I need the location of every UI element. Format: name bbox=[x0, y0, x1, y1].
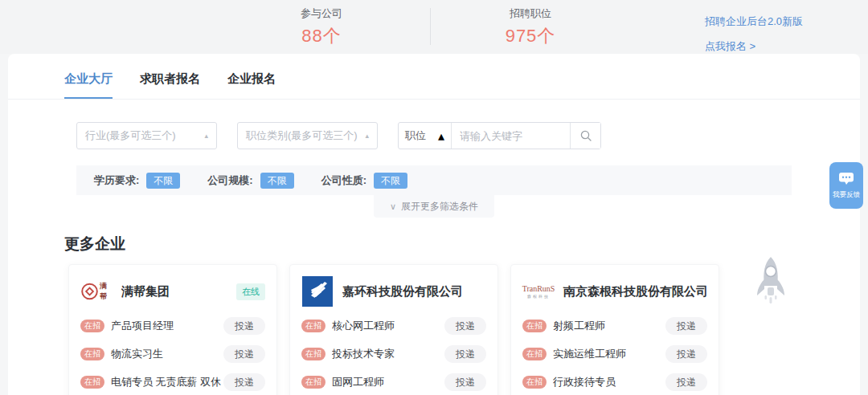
recruiting-badge: 在招 bbox=[80, 348, 104, 360]
education-any-chip[interactable]: 不限 bbox=[146, 173, 180, 189]
quick-filter-label: 学历要求: bbox=[94, 173, 139, 188]
industry-select[interactable]: 行业(最多可选三个) ▴ bbox=[76, 122, 217, 149]
company-card-header: TranRunS 森根科技 南京森根科技股份有限公司 bbox=[522, 275, 707, 308]
section-title: 更多企业 bbox=[64, 234, 125, 255]
tab-company-signup[interactable]: 企业报名 bbox=[227, 71, 276, 100]
company-type-any-chip[interactable]: 不限 bbox=[374, 173, 407, 189]
job-row: 在招 电销专员 无责底薪 双休 投递 bbox=[80, 372, 265, 393]
job-row: 在招 行政接待专员 投递 bbox=[522, 372, 707, 393]
apply-button[interactable]: 投递 bbox=[223, 345, 265, 363]
jiahuan-logo-icon bbox=[302, 276, 333, 307]
job-row: 在招 实施运维工程师 投递 bbox=[522, 344, 707, 364]
company-name: 嘉环科技股份有限公司 bbox=[342, 284, 463, 299]
job-row: 在招 投标技术专家 投递 bbox=[301, 344, 486, 364]
apply-button[interactable]: 投递 bbox=[444, 373, 486, 391]
recruiting-badge: 在招 bbox=[301, 348, 326, 360]
chat-bubble-icon bbox=[838, 172, 854, 185]
recruiting-badge: 在招 bbox=[522, 320, 547, 332]
company-logo-jiahuan bbox=[301, 276, 334, 307]
caret-icon: ▴ bbox=[365, 132, 369, 140]
recruiting-badge: 在招 bbox=[301, 376, 326, 389]
stat-label: 参与公司 bbox=[265, 6, 378, 21]
tab-bar-divider bbox=[8, 99, 860, 100]
main-panel: 企业大厅 求职者报名 企业报名 行业(最多可选三个) ▴ 职位类别(最多可选三个… bbox=[8, 54, 860, 395]
keyword-input[interactable] bbox=[452, 123, 570, 149]
job-row: 在招 产品项目经理 投递 bbox=[80, 316, 265, 336]
apply-button[interactable]: 投递 bbox=[223, 373, 265, 391]
job-row: 在招 固网工程师 投递 bbox=[301, 372, 486, 393]
caret-icon: ▴ bbox=[204, 132, 208, 140]
apply-button[interactable]: 投递 bbox=[665, 317, 707, 335]
manbang-emblem-icon bbox=[80, 281, 99, 302]
quick-filter-company-type: 公司性质: 不限 bbox=[321, 173, 407, 189]
tab-bar: 企业大厅 求职者报名 企业报名 bbox=[64, 71, 860, 100]
stat-value: 88个 bbox=[265, 24, 378, 48]
job-title: 固网工程师 bbox=[332, 375, 384, 389]
tab-jobseeker-signup[interactable]: 求职者报名 bbox=[140, 71, 200, 100]
header-links: 招聘企业后台2.0新版 点我报名 > bbox=[705, 16, 803, 51]
company-name: 满帮集团 bbox=[121, 284, 170, 299]
feedback-button[interactable]: 我要反馈 bbox=[829, 162, 863, 209]
stat-participating-companies: 参与公司 88个 bbox=[265, 6, 378, 48]
job-title: 实施运维工程师 bbox=[553, 347, 626, 361]
tranruns-logo-subtext: 森根科技 bbox=[527, 294, 550, 299]
job-row: 在招 物流实习生 投递 bbox=[80, 344, 265, 364]
job-category-select[interactable]: 职位类别(最多可选三个) ▴ bbox=[237, 122, 378, 149]
company-card-header: 嘉环科技股份有限公司 bbox=[301, 275, 486, 308]
job-title: 投标技术专家 bbox=[332, 347, 395, 361]
position-type-value: 职位 bbox=[405, 128, 426, 143]
recruiting-badge: 在招 bbox=[522, 376, 547, 389]
feedback-label: 我要反馈 bbox=[833, 189, 860, 199]
chevron-down-icon: ∨ bbox=[390, 202, 396, 212]
stats-header: 参与公司 88个 招聘职位 975个 招聘企业后台2.0新版 点我报名 > bbox=[0, 0, 868, 54]
quick-filter-label: 公司规模: bbox=[207, 173, 252, 188]
company-size-any-chip[interactable]: 不限 bbox=[260, 173, 294, 189]
signup-link[interactable]: 点我报名 > bbox=[705, 41, 803, 51]
expand-filters-button[interactable]: ∨ 展开更多筛选条件 bbox=[374, 195, 494, 218]
stat-value: 975个 bbox=[474, 24, 587, 48]
apply-button[interactable]: 投递 bbox=[665, 345, 707, 363]
quick-filter-label: 公司性质: bbox=[321, 173, 366, 188]
company-name: 南京森根科技股份有限公司 bbox=[563, 284, 708, 299]
company-card-list: 满帮 满帮集团 在线 在招 产品项目经理 投递 在招 物流实习生 投递 在招 电… bbox=[68, 264, 719, 395]
company-logo-tranruns: TranRunS 森根科技 bbox=[522, 284, 555, 299]
backstage-link[interactable]: 招聘企业后台2.0新版 bbox=[705, 16, 803, 26]
apply-button[interactable]: 投递 bbox=[223, 317, 265, 335]
quick-filter-education: 学历要求: 不限 bbox=[94, 173, 180, 189]
stat-label: 招聘职位 bbox=[474, 6, 587, 21]
manbang-logo-text: 满帮 bbox=[100, 281, 113, 302]
company-card[interactable]: 嘉环科技股份有限公司 在招 核心网工程师 投递 在招 投标技术专家 投递 在招 … bbox=[289, 264, 498, 395]
search-button[interactable] bbox=[570, 123, 600, 149]
apply-button[interactable]: 投递 bbox=[444, 317, 486, 335]
tranruns-logo-text: TranRunS bbox=[522, 284, 555, 293]
rocket-icon[interactable] bbox=[752, 255, 789, 308]
filter-row: 行业(最多可选三个) ▴ 职位类别(最多可选三个) ▴ 职位 ▴ bbox=[76, 122, 601, 149]
company-card[interactable]: 满帮 满帮集团 在线 在招 产品项目经理 投递 在招 物流实习生 投递 在招 电… bbox=[68, 264, 277, 395]
tab-company-hall[interactable]: 企业大厅 bbox=[64, 71, 113, 100]
caret-icon: ▴ bbox=[438, 128, 444, 144]
online-status-badge: 在线 bbox=[236, 283, 265, 300]
recruiting-badge: 在招 bbox=[80, 376, 104, 389]
recruiting-badge: 在招 bbox=[522, 348, 547, 360]
job-title: 射频工程师 bbox=[553, 319, 605, 333]
company-card[interactable]: TranRunS 森根科技 南京森根科技股份有限公司 在招 射频工程师 投递 在… bbox=[510, 264, 719, 395]
job-title: 产品项目经理 bbox=[111, 319, 174, 333]
recruiting-badge: 在招 bbox=[301, 320, 326, 332]
job-title: 核心网工程师 bbox=[332, 319, 395, 333]
industry-select-placeholder: 行业(最多可选三个) bbox=[85, 128, 176, 143]
quick-filter-company-size: 公司规模: 不限 bbox=[207, 173, 293, 189]
job-title: 物流实习生 bbox=[111, 347, 163, 361]
stats-divider bbox=[430, 8, 431, 45]
job-category-select-placeholder: 职位类别(最多可选三个) bbox=[246, 128, 358, 143]
recruiting-badge: 在招 bbox=[80, 320, 104, 332]
quick-filter-bar: 学历要求: 不限 公司规模: 不限 公司性质: 不限 bbox=[76, 165, 792, 195]
apply-button[interactable]: 投递 bbox=[665, 373, 707, 391]
search-icon bbox=[579, 129, 592, 142]
company-logo-manbang: 满帮 bbox=[80, 281, 113, 302]
job-title: 电销专员 无责底薪 双休 bbox=[111, 375, 221, 389]
apply-button[interactable]: 投递 bbox=[444, 345, 486, 363]
job-title: 行政接待专员 bbox=[553, 375, 616, 389]
position-type-select[interactable]: 职位 ▴ bbox=[399, 123, 452, 149]
stat-open-positions: 招聘职位 975个 bbox=[474, 6, 587, 48]
keyword-search-group: 职位 ▴ bbox=[398, 122, 601, 149]
